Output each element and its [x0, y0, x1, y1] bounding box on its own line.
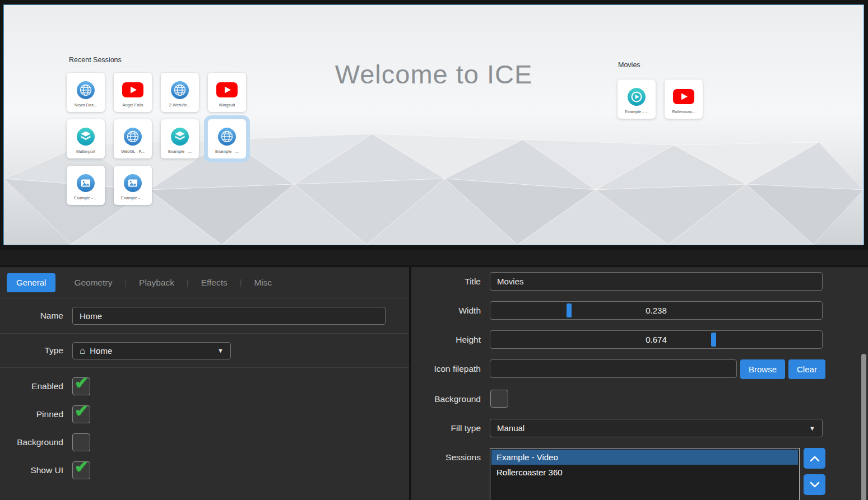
- icon-filepath-label: Icon filepath: [411, 359, 481, 378]
- width-label: Width: [411, 301, 481, 320]
- session-tile[interactable]: Example - ...: [161, 119, 199, 158]
- session-tile[interactable]: Angel Falls: [114, 73, 152, 112]
- preview-canvas[interactable]: Welcome to ICE Recent Sessions News Das.…: [3, 4, 864, 245]
- photo-icon: [76, 172, 95, 194]
- name-row: Name: [0, 298, 409, 334]
- session-tile-label: Matterport: [76, 149, 95, 154]
- item-settings-panel: General Geometry | Playback | Effects | …: [0, 267, 409, 500]
- tab-separator: |: [240, 278, 242, 287]
- session-tile[interactable]: Matterport: [67, 119, 105, 158]
- type-dropdown[interactable]: ⌂ Home ▼: [72, 342, 231, 359]
- browse-button[interactable]: Browse: [740, 359, 785, 379]
- tab-general[interactable]: General: [7, 273, 55, 292]
- session-tile-label: Example - ...: [168, 149, 192, 154]
- slider-handle[interactable]: [711, 333, 716, 347]
- vertical-scrollbar[interactable]: [861, 354, 866, 500]
- height-label: Height: [411, 330, 481, 349]
- height-slider[interactable]: 0.674: [490, 330, 823, 349]
- session-list-item[interactable]: Example - Video: [491, 450, 798, 465]
- width-row: Width 0.238: [411, 301, 868, 320]
- home-icon: ⌂: [80, 346, 85, 356]
- tab-misc[interactable]: Misc: [254, 278, 272, 288]
- session-tile[interactable]: 2 WebVie...: [161, 73, 199, 112]
- session-tile[interactable]: WebGL - F...: [114, 119, 152, 158]
- tab-geometry[interactable]: Geometry: [74, 278, 112, 288]
- tab-effects[interactable]: Effects: [201, 278, 228, 288]
- type-dropdown-value: Home: [90, 346, 217, 356]
- tab-separator: |: [187, 278, 189, 287]
- background-label: Background: [411, 390, 481, 408]
- icon-filepath-row: Icon filepath Browse Clear: [411, 359, 868, 379]
- session-reorder-buttons: [804, 448, 825, 495]
- clear-button[interactable]: Clear: [788, 359, 825, 379]
- name-input[interactable]: [72, 307, 386, 325]
- session-tile[interactable]: Example - ...: [67, 166, 105, 205]
- show-ui-checkbox[interactable]: ✔: [72, 461, 90, 479]
- layers-icon: [170, 126, 189, 147]
- session-tile-selected[interactable]: Example - ...: [208, 119, 246, 158]
- session-tile[interactable]: Wingsuit: [208, 73, 246, 112]
- name-label: Name: [0, 311, 63, 321]
- height-slider-value: 0.674: [490, 331, 822, 348]
- move-down-button[interactable]: [804, 474, 825, 495]
- title-input[interactable]: [490, 272, 823, 291]
- youtube-icon: [216, 80, 238, 101]
- session-tile[interactable]: Example - ...: [114, 166, 152, 205]
- enabled-row: Enabled ✔: [0, 372, 409, 400]
- session-list-item[interactable]: Rollercoaster 360: [491, 465, 798, 480]
- session-tile-label: 2 WebVie...: [169, 102, 191, 108]
- divider-strip: [0, 250, 868, 265]
- fill-type-row: Fill type Manual ▼: [411, 419, 868, 437]
- fill-type-label: Fill type: [411, 419, 481, 437]
- sessions-row: Sessions Example - Video Rollercoaster 3…: [411, 448, 868, 500]
- movie-tile[interactable]: Example - ...: [618, 80, 656, 119]
- type-row: Type ⌂ Home ▼: [0, 334, 409, 368]
- check-icon: ✔: [75, 401, 89, 420]
- tab-playback[interactable]: Playback: [139, 278, 174, 288]
- session-tile-label: WebGL - F...: [121, 149, 145, 154]
- movies-grid: Example - ... Rollercoas...: [618, 80, 703, 119]
- background-label: Background: [0, 437, 63, 447]
- youtube-icon: [672, 86, 695, 108]
- movie-tile-label: Rollercoas...: [672, 109, 695, 114]
- title-label: Title: [411, 272, 481, 291]
- background-row: Background: [0, 428, 409, 456]
- youtube-icon: [122, 80, 144, 101]
- page-settings-panel: Title Width 0.238 Height 0.674 Icon file…: [411, 267, 868, 500]
- check-icon: ✔: [75, 373, 89, 392]
- show-ui-label: Show UI: [0, 465, 63, 475]
- fill-type-dropdown[interactable]: Manual ▼: [490, 419, 823, 437]
- sessions-label: Sessions: [411, 448, 481, 466]
- tab-separator: |: [124, 278, 127, 287]
- background-row: Background: [411, 390, 868, 408]
- session-tile[interactable]: News Das...: [67, 73, 105, 112]
- check-icon: ✔: [75, 457, 89, 476]
- icon-filepath-input[interactable]: [490, 359, 737, 378]
- background-checkbox[interactable]: [72, 433, 90, 451]
- slider-handle[interactable]: [567, 303, 572, 317]
- enabled-label: Enabled: [0, 381, 63, 391]
- movies-label: Movies: [618, 61, 640, 69]
- fill-type-dropdown-value: Manual: [497, 423, 809, 433]
- title-row: Title: [411, 272, 868, 291]
- type-label: Type: [0, 345, 63, 356]
- width-slider-value: 0.238: [490, 302, 822, 319]
- background-checkbox[interactable]: [490, 390, 508, 408]
- app-window: Welcome to ICE Recent Sessions News Das.…: [0, 0, 868, 500]
- recent-sessions-grid: News Das... Angel Falls 2 WebVie... Wing…: [67, 73, 246, 205]
- pinned-checkbox[interactable]: ✔: [72, 405, 90, 423]
- pinned-label: Pinned: [0, 409, 63, 419]
- settings-tabs: General Geometry | Playback | Effects | …: [0, 267, 409, 298]
- play-icon: [627, 86, 646, 108]
- enabled-checkbox[interactable]: ✔: [72, 377, 90, 395]
- session-tile-label: Example - ...: [74, 195, 98, 200]
- globe-icon: [170, 80, 189, 101]
- movie-tile[interactable]: Rollercoas...: [665, 80, 703, 119]
- sessions-listbox[interactable]: Example - Video Rollercoaster 360: [490, 448, 800, 500]
- movie-tile-label: Example - ...: [625, 109, 648, 114]
- layers-icon: [76, 126, 95, 147]
- session-tile-label: Wingsuit: [219, 102, 235, 108]
- width-slider[interactable]: 0.238: [490, 301, 823, 320]
- photo-icon: [123, 172, 142, 194]
- move-up-button[interactable]: [804, 448, 825, 469]
